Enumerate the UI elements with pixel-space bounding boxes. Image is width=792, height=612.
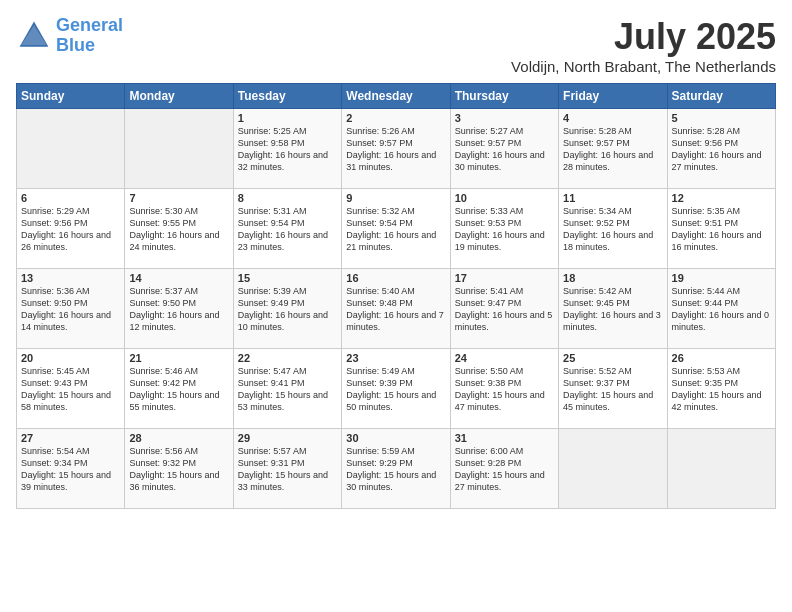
calendar-week-row: 1Sunrise: 5:25 AMSunset: 9:58 PMDaylight… <box>17 109 776 189</box>
day-number: 28 <box>129 432 228 444</box>
day-info: Sunrise: 5:44 AMSunset: 9:44 PMDaylight:… <box>672 285 771 334</box>
calendar-week-row: 27Sunrise: 5:54 AMSunset: 9:34 PMDayligh… <box>17 429 776 509</box>
day-number: 12 <box>672 192 771 204</box>
calendar-cell: 11Sunrise: 5:34 AMSunset: 9:52 PMDayligh… <box>559 189 667 269</box>
calendar-cell: 1Sunrise: 5:25 AMSunset: 9:58 PMDaylight… <box>233 109 341 189</box>
day-number: 13 <box>21 272 120 284</box>
calendar-cell: 25Sunrise: 5:52 AMSunset: 9:37 PMDayligh… <box>559 349 667 429</box>
calendar-cell: 27Sunrise: 5:54 AMSunset: 9:34 PMDayligh… <box>17 429 125 509</box>
calendar-cell: 14Sunrise: 5:37 AMSunset: 9:50 PMDayligh… <box>125 269 233 349</box>
day-number: 26 <box>672 352 771 364</box>
day-info: Sunrise: 5:28 AMSunset: 9:56 PMDaylight:… <box>672 125 771 174</box>
day-number: 21 <box>129 352 228 364</box>
day-number: 15 <box>238 272 337 284</box>
day-info: Sunrise: 5:50 AMSunset: 9:38 PMDaylight:… <box>455 365 554 414</box>
day-number: 30 <box>346 432 445 444</box>
calendar-cell: 10Sunrise: 5:33 AMSunset: 9:53 PMDayligh… <box>450 189 558 269</box>
calendar-cell: 15Sunrise: 5:39 AMSunset: 9:49 PMDayligh… <box>233 269 341 349</box>
day-info: Sunrise: 5:45 AMSunset: 9:43 PMDaylight:… <box>21 365 120 414</box>
calendar-header-row: SundayMondayTuesdayWednesdayThursdayFrid… <box>17 84 776 109</box>
calendar-cell: 12Sunrise: 5:35 AMSunset: 9:51 PMDayligh… <box>667 189 775 269</box>
calendar-cell <box>559 429 667 509</box>
calendar-week-row: 20Sunrise: 5:45 AMSunset: 9:43 PMDayligh… <box>17 349 776 429</box>
day-number: 23 <box>346 352 445 364</box>
calendar-cell: 20Sunrise: 5:45 AMSunset: 9:43 PMDayligh… <box>17 349 125 429</box>
day-info: Sunrise: 5:53 AMSunset: 9:35 PMDaylight:… <box>672 365 771 414</box>
day-info: Sunrise: 5:36 AMSunset: 9:50 PMDaylight:… <box>21 285 120 334</box>
day-info: Sunrise: 5:42 AMSunset: 9:45 PMDaylight:… <box>563 285 662 334</box>
day-number: 4 <box>563 112 662 124</box>
calendar-cell: 26Sunrise: 5:53 AMSunset: 9:35 PMDayligh… <box>667 349 775 429</box>
calendar-week-row: 6Sunrise: 5:29 AMSunset: 9:56 PMDaylight… <box>17 189 776 269</box>
day-info: Sunrise: 5:52 AMSunset: 9:37 PMDaylight:… <box>563 365 662 414</box>
calendar-cell: 31Sunrise: 6:00 AMSunset: 9:28 PMDayligh… <box>450 429 558 509</box>
day-info: Sunrise: 5:59 AMSunset: 9:29 PMDaylight:… <box>346 445 445 494</box>
day-info: Sunrise: 5:39 AMSunset: 9:49 PMDaylight:… <box>238 285 337 334</box>
day-info: Sunrise: 5:32 AMSunset: 9:54 PMDaylight:… <box>346 205 445 254</box>
day-number: 27 <box>21 432 120 444</box>
calendar-cell: 24Sunrise: 5:50 AMSunset: 9:38 PMDayligh… <box>450 349 558 429</box>
day-info: Sunrise: 5:57 AMSunset: 9:31 PMDaylight:… <box>238 445 337 494</box>
month-title: July 2025 <box>511 16 776 58</box>
location-title: Voldijn, North Brabant, The Netherlands <box>511 58 776 75</box>
day-info: Sunrise: 5:35 AMSunset: 9:51 PMDaylight:… <box>672 205 771 254</box>
calendar-cell: 9Sunrise: 5:32 AMSunset: 9:54 PMDaylight… <box>342 189 450 269</box>
day-number: 17 <box>455 272 554 284</box>
calendar-cell: 17Sunrise: 5:41 AMSunset: 9:47 PMDayligh… <box>450 269 558 349</box>
calendar-cell: 16Sunrise: 5:40 AMSunset: 9:48 PMDayligh… <box>342 269 450 349</box>
day-info: Sunrise: 5:28 AMSunset: 9:57 PMDaylight:… <box>563 125 662 174</box>
day-number: 11 <box>563 192 662 204</box>
logo-line1: General <box>56 15 123 35</box>
day-number: 5 <box>672 112 771 124</box>
day-info: Sunrise: 5:26 AMSunset: 9:57 PMDaylight:… <box>346 125 445 174</box>
day-number: 1 <box>238 112 337 124</box>
day-number: 18 <box>563 272 662 284</box>
weekday-header: Wednesday <box>342 84 450 109</box>
calendar-cell: 28Sunrise: 5:56 AMSunset: 9:32 PMDayligh… <box>125 429 233 509</box>
day-number: 9 <box>346 192 445 204</box>
day-number: 6 <box>21 192 120 204</box>
day-number: 22 <box>238 352 337 364</box>
logo-icon <box>16 18 52 54</box>
calendar-week-row: 13Sunrise: 5:36 AMSunset: 9:50 PMDayligh… <box>17 269 776 349</box>
weekday-header: Sunday <box>17 84 125 109</box>
day-number: 29 <box>238 432 337 444</box>
day-info: Sunrise: 5:31 AMSunset: 9:54 PMDaylight:… <box>238 205 337 254</box>
day-number: 20 <box>21 352 120 364</box>
calendar-cell: 29Sunrise: 5:57 AMSunset: 9:31 PMDayligh… <box>233 429 341 509</box>
calendar-cell: 6Sunrise: 5:29 AMSunset: 9:56 PMDaylight… <box>17 189 125 269</box>
weekday-header: Saturday <box>667 84 775 109</box>
day-info: Sunrise: 5:37 AMSunset: 9:50 PMDaylight:… <box>129 285 228 334</box>
calendar-cell: 22Sunrise: 5:47 AMSunset: 9:41 PMDayligh… <box>233 349 341 429</box>
day-number: 3 <box>455 112 554 124</box>
day-info: Sunrise: 5:34 AMSunset: 9:52 PMDaylight:… <box>563 205 662 254</box>
day-info: Sunrise: 5:27 AMSunset: 9:57 PMDaylight:… <box>455 125 554 174</box>
weekday-header: Monday <box>125 84 233 109</box>
weekday-header: Friday <box>559 84 667 109</box>
day-info: Sunrise: 5:47 AMSunset: 9:41 PMDaylight:… <box>238 365 337 414</box>
calendar-cell: 30Sunrise: 5:59 AMSunset: 9:29 PMDayligh… <box>342 429 450 509</box>
calendar-cell: 13Sunrise: 5:36 AMSunset: 9:50 PMDayligh… <box>17 269 125 349</box>
day-info: Sunrise: 5:30 AMSunset: 9:55 PMDaylight:… <box>129 205 228 254</box>
day-number: 14 <box>129 272 228 284</box>
weekday-header: Tuesday <box>233 84 341 109</box>
day-number: 7 <box>129 192 228 204</box>
calendar-cell: 8Sunrise: 5:31 AMSunset: 9:54 PMDaylight… <box>233 189 341 269</box>
calendar-cell: 5Sunrise: 5:28 AMSunset: 9:56 PMDaylight… <box>667 109 775 189</box>
calendar-table: SundayMondayTuesdayWednesdayThursdayFrid… <box>16 83 776 509</box>
day-info: Sunrise: 5:49 AMSunset: 9:39 PMDaylight:… <box>346 365 445 414</box>
day-number: 16 <box>346 272 445 284</box>
calendar-cell <box>17 109 125 189</box>
weekday-header: Thursday <box>450 84 558 109</box>
day-info: Sunrise: 5:54 AMSunset: 9:34 PMDaylight:… <box>21 445 120 494</box>
day-info: Sunrise: 5:29 AMSunset: 9:56 PMDaylight:… <box>21 205 120 254</box>
logo-text: General Blue <box>56 16 123 56</box>
svg-marker-1 <box>21 25 46 45</box>
page-header: General Blue July 2025 Voldijn, North Br… <box>16 16 776 75</box>
day-info: Sunrise: 5:56 AMSunset: 9:32 PMDaylight:… <box>129 445 228 494</box>
day-number: 31 <box>455 432 554 444</box>
calendar-cell: 2Sunrise: 5:26 AMSunset: 9:57 PMDaylight… <box>342 109 450 189</box>
calendar-cell: 18Sunrise: 5:42 AMSunset: 9:45 PMDayligh… <box>559 269 667 349</box>
title-block: July 2025 Voldijn, North Brabant, The Ne… <box>511 16 776 75</box>
day-info: Sunrise: 5:41 AMSunset: 9:47 PMDaylight:… <box>455 285 554 334</box>
